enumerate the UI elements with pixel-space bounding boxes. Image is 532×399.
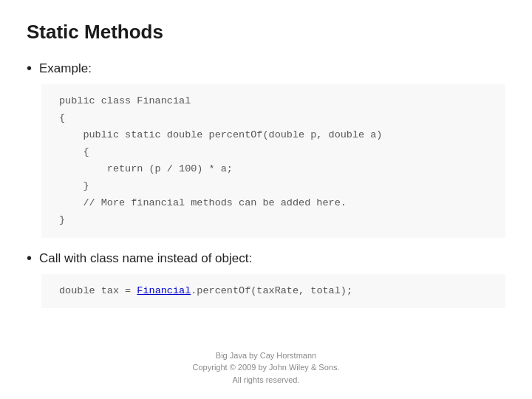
slide-container: Static Methods • Example: public class F… xyxy=(0,0,532,399)
slide-title: Static Methods xyxy=(27,21,505,44)
footer: Big Java by Cay Horstmann Copyright © 20… xyxy=(0,349,532,386)
bullet-item-example: • Example: xyxy=(27,61,505,77)
footer-line2: Copyright © 2009 by John Wiley & Sons. xyxy=(0,361,532,374)
bullet-label-call: Call with class name instead of object: xyxy=(39,251,252,266)
code-highlight-financial: Financial xyxy=(137,285,191,296)
code-line-call-pre: double tax = Financial.percentOf(taxRate… xyxy=(59,285,352,296)
bullet-item-call: • Call with class name instead of object… xyxy=(27,251,505,267)
code-block-call: double tax = Financial.percentOf(taxRate… xyxy=(41,274,505,309)
bullet-dot-call: • xyxy=(27,250,32,267)
footer-line3: All rights reserved. xyxy=(0,374,532,386)
bullet-section-example: • Example: public class Financial { publ… xyxy=(27,61,505,238)
code-line-1: public class Financial { public static d… xyxy=(59,95,382,225)
code-block-example: public class Financial { public static d… xyxy=(41,84,505,238)
bullet-label-example: Example: xyxy=(39,61,92,76)
footer-line1: Big Java by Cay Horstmann xyxy=(0,349,532,362)
bullet-dot-example: • xyxy=(27,60,32,77)
bullet-section-call: • Call with class name instead of object… xyxy=(27,251,505,309)
